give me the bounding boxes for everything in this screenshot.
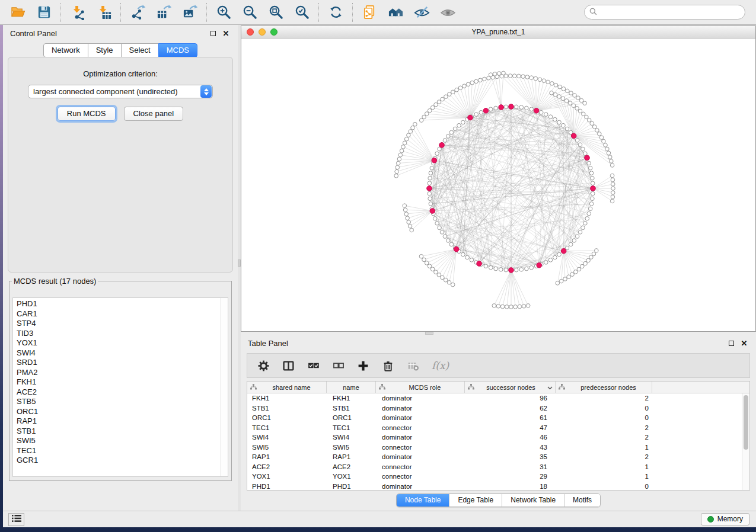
network-node[interactable]: [591, 197, 595, 201]
network-node[interactable]: [403, 204, 407, 208]
network-node[interactable]: [544, 113, 548, 117]
network-node[interactable]: [583, 152, 588, 156]
network-node[interactable]: [575, 235, 579, 239]
network-node[interactable]: [589, 171, 594, 175]
network-node[interactable]: [610, 199, 614, 203]
apply-layout-icon[interactable]: [327, 4, 344, 21]
network-node[interactable]: [461, 252, 465, 257]
table-row[interactable]: FKH1FKH1dominator962: [247, 393, 742, 403]
network-node[interactable]: [557, 252, 562, 257]
network-node[interactable]: [422, 258, 426, 262]
network-node[interactable]: [578, 230, 582, 235]
network-dominator-node[interactable]: [430, 209, 435, 214]
network-node[interactable]: [435, 222, 439, 226]
network-node[interactable]: [441, 97, 445, 101]
network-node[interactable]: [529, 265, 534, 270]
network-node[interactable]: [504, 74, 508, 78]
network-node[interactable]: [496, 305, 500, 309]
close-panel-button[interactable]: Close panel: [124, 107, 184, 121]
network-node[interactable]: [581, 226, 585, 230]
table-row[interactable]: TEC1TEC1connector472: [247, 423, 742, 433]
add-column-icon[interactable]: [357, 358, 369, 373]
network-node[interactable]: [489, 107, 493, 111]
control-panel-close-button[interactable]: ✕: [221, 28, 231, 38]
network-node[interactable]: [592, 252, 596, 256]
network-node[interactable]: [525, 106, 529, 110]
column-header-predecessor-nodes[interactable]: predecessor nodes: [556, 382, 652, 393]
network-node[interactable]: [446, 239, 450, 243]
network-node[interactable]: [557, 120, 562, 124]
network-node[interactable]: [564, 99, 569, 103]
network-node[interactable]: [518, 305, 522, 309]
network-node[interactable]: [500, 74, 504, 78]
network-node[interactable]: [508, 74, 512, 78]
network-node[interactable]: [598, 132, 602, 136]
network-node[interactable]: [466, 82, 470, 86]
network-node[interactable]: [575, 139, 579, 143]
mcds-result-item[interactable]: YOX1: [17, 338, 228, 348]
mcds-result-item[interactable]: ACE2: [17, 387, 228, 398]
table-scrollbar-thumb[interactable]: [744, 395, 748, 450]
network-node[interactable]: [479, 110, 483, 114]
network-dominator-node[interactable]: [509, 268, 514, 273]
table-row[interactable]: YOX1YOX1connector291: [247, 472, 742, 482]
export-network-icon[interactable]: [129, 4, 146, 21]
network-dominator-node[interactable]: [477, 261, 482, 267]
network-node[interactable]: [410, 228, 414, 232]
network-node[interactable]: [553, 255, 557, 259]
mcds-result-item[interactable]: STB1: [17, 427, 228, 437]
network-node[interactable]: [408, 225, 412, 229]
table-scrollbar[interactable]: [742, 393, 749, 490]
network-node[interactable]: [579, 98, 583, 102]
network-dominator-node[interactable]: [427, 186, 432, 191]
network-node[interactable]: [592, 125, 596, 129]
network-node[interactable]: [611, 195, 615, 199]
network-node[interactable]: [440, 230, 444, 235]
network-node[interactable]: [599, 136, 604, 140]
network-node[interactable]: [522, 305, 526, 309]
import-network-icon[interactable]: [69, 4, 87, 21]
network-dominator-node[interactable]: [571, 133, 576, 139]
network-dominator-node[interactable]: [483, 108, 489, 114]
network-node[interactable]: [447, 281, 451, 285]
table-row[interactable]: RAP1RAP1dominator352: [247, 452, 742, 462]
column-header-successor-nodes[interactable]: successor nodes: [465, 382, 556, 393]
network-node[interactable]: [403, 141, 407, 145]
network-node[interactable]: [422, 115, 426, 119]
network-node[interactable]: [400, 149, 404, 153]
mcds-result-item[interactable]: STB5: [17, 397, 228, 407]
network-node[interactable]: [525, 75, 529, 79]
network-node[interactable]: [587, 211, 591, 216]
network-node[interactable]: [483, 77, 487, 81]
network-node[interactable]: [489, 73, 493, 77]
network-node[interactable]: [534, 76, 538, 81]
network-node[interactable]: [554, 83, 558, 87]
network-node[interactable]: [428, 176, 432, 180]
tab-network-table[interactable]: Network Table: [502, 494, 564, 507]
network-node[interactable]: [499, 268, 503, 272]
network-dominator-node[interactable]: [509, 104, 514, 110]
network-node[interactable]: [403, 208, 407, 212]
network-dominator-node[interactable]: [534, 108, 539, 114]
network-node[interactable]: [453, 127, 457, 131]
network-node[interactable]: [519, 105, 524, 110]
mcds-list-scrollbar[interactable]: [221, 298, 228, 476]
network-node[interactable]: [428, 191, 432, 196]
network-node[interactable]: [441, 275, 445, 280]
network-node[interactable]: [583, 101, 587, 105]
network-node[interactable]: [413, 122, 417, 126]
network-node[interactable]: [538, 78, 542, 82]
deselect-all-icon[interactable]: [332, 358, 344, 373]
network-node[interactable]: [553, 92, 557, 97]
mcds-result-item[interactable]: SRD1: [17, 358, 228, 368]
network-node[interactable]: [465, 255, 470, 259]
save-session-icon[interactable]: [35, 4, 53, 21]
network-node[interactable]: [604, 143, 608, 148]
network-node[interactable]: [578, 143, 582, 147]
network-node[interactable]: [433, 217, 437, 221]
table-mode-gear-icon[interactable]: [257, 358, 270, 373]
network-node[interactable]: [425, 112, 429, 116]
network-node[interactable]: [446, 134, 450, 139]
network-node[interactable]: [494, 267, 498, 271]
tab-style[interactable]: Style: [88, 43, 122, 57]
